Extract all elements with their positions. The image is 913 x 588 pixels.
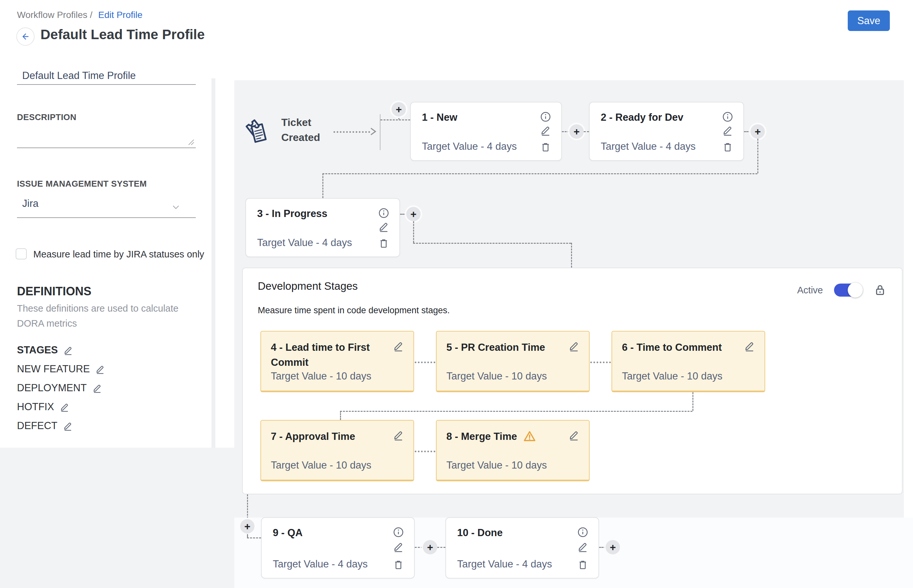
edit-icon[interactable] xyxy=(743,340,755,352)
connector xyxy=(380,120,410,120)
stage-card-10-done[interactable]: 10 - Done Target Value - 4 days xyxy=(445,517,599,578)
breadcrumb-current[interactable]: Edit Profile xyxy=(98,10,142,20)
edit-icon[interactable] xyxy=(393,340,404,352)
jira-statuses-checkbox[interactable] xyxy=(16,248,27,259)
connector xyxy=(562,131,569,132)
stage-card-2-ready-for-dev[interactable]: 2 - Ready for Dev Target Value - 4 days xyxy=(589,102,744,161)
definition-link-new-feature[interactable]: NEW FEATURE xyxy=(17,363,105,375)
definition-link-stages[interactable]: STAGES xyxy=(17,344,73,356)
trash-icon[interactable] xyxy=(393,559,404,571)
stage-title: 9 - QA xyxy=(273,527,302,539)
stage-target-value: Target Value - 4 days xyxy=(601,141,696,152)
background-left xyxy=(0,448,234,588)
active-toggle[interactable] xyxy=(834,284,861,297)
dev-stage-card-4-lead-time-to-first-commit[interactable]: 4 - Lead time to First Commit Target Val… xyxy=(260,331,414,392)
arrow-left-icon xyxy=(21,32,30,42)
breadcrumb-root[interactable]: Workflow Profiles / xyxy=(17,10,92,20)
connector xyxy=(415,547,423,548)
edit-icon[interactable] xyxy=(577,541,589,552)
panel-title: Development Stages xyxy=(258,280,358,292)
profile-name-input[interactable]: Default Lead Time Profile xyxy=(17,70,196,85)
back-button[interactable] xyxy=(16,27,35,46)
info-icon[interactable] xyxy=(378,207,389,219)
save-button[interactable]: Save xyxy=(848,10,890,31)
info-icon[interactable] xyxy=(722,111,734,123)
profile-name-value: Default Lead Time Profile xyxy=(17,70,196,82)
stage-title: 7 - Approval Time xyxy=(271,429,355,444)
ims-label: ISSUE MANAGEMENT SYSTEM xyxy=(17,179,147,189)
stage-target-value: Target Value - 4 days xyxy=(457,558,552,570)
connector xyxy=(247,494,248,519)
trash-icon[interactable] xyxy=(378,237,389,249)
connector xyxy=(415,362,435,363)
connector xyxy=(437,547,445,548)
connector xyxy=(584,131,589,132)
edit-icon[interactable] xyxy=(63,421,73,431)
stage-card-9-qa[interactable]: 9 - QA Target Value - 4 days xyxy=(261,517,415,578)
stage-title: 2 - Ready for Dev xyxy=(601,111,683,123)
resize-handle-icon[interactable] xyxy=(187,138,194,145)
add-stage-button[interactable]: + xyxy=(606,540,620,554)
definition-link-hotfix[interactable]: HOTFIX xyxy=(17,401,70,413)
trash-icon[interactable] xyxy=(540,141,551,153)
stage-target-value: Target Value - 10 days xyxy=(622,370,722,382)
connector xyxy=(400,214,406,215)
add-stage-button[interactable]: + xyxy=(423,540,437,554)
stage-card-3-in-progress[interactable]: 3 - In Progress Target Value - 4 days xyxy=(246,198,400,257)
edit-icon[interactable] xyxy=(60,402,70,412)
stage-title: 1 - New xyxy=(422,111,457,123)
definition-link-defect[interactable]: DEFECT xyxy=(17,420,73,432)
edit-icon[interactable] xyxy=(92,383,102,393)
dev-stage-card-8-merge-time[interactable]: 8 - Merge Time Target Value - 10 days xyxy=(436,420,590,481)
add-stage-button[interactable]: + xyxy=(569,124,584,139)
jira-statuses-checkbox-label: Measure lead time by JIRA statuses only xyxy=(33,249,204,260)
connector xyxy=(757,139,758,173)
dev-stage-card-5-pr-creation-time[interactable]: 5 - PR Creation Time Target Value - 10 d… xyxy=(436,331,590,392)
ticket-icon xyxy=(242,113,273,146)
stage-card-1-new[interactable]: 1 - New Target Value - 4 days xyxy=(410,102,562,161)
definition-link-label: NEW FEATURE xyxy=(17,363,90,375)
stage-target-value: Target Value - 10 days xyxy=(271,459,371,471)
add-stage-button[interactable]: + xyxy=(240,519,255,533)
connector xyxy=(744,131,750,132)
trash-icon[interactable] xyxy=(577,559,589,571)
dev-stage-card-6-time-to-comment[interactable]: 6 - Time to Comment Target Value - 10 da… xyxy=(611,331,765,392)
definitions-description: These definitions are used to calculate … xyxy=(17,301,180,331)
info-icon[interactable] xyxy=(540,111,551,123)
edit-icon[interactable] xyxy=(393,429,404,441)
edit-icon[interactable] xyxy=(540,124,551,136)
add-stage-button[interactable]: + xyxy=(406,207,421,221)
stage-target-value: Target Value - 4 days xyxy=(422,141,517,152)
ims-select[interactable]: Jira xyxy=(17,198,196,218)
start-arrow-line xyxy=(333,131,370,133)
edit-icon[interactable] xyxy=(63,345,73,355)
definitions-heading: DEFINITIONS xyxy=(17,284,91,298)
info-icon[interactable] xyxy=(393,526,404,538)
stage-title: 8 - Merge Time xyxy=(446,429,517,444)
edit-icon[interactable] xyxy=(568,340,580,352)
connector xyxy=(322,173,757,174)
stage-title: 3 - In Progress xyxy=(257,208,327,220)
add-stage-button[interactable]: + xyxy=(391,102,406,116)
dev-stage-card-7-approval-time[interactable]: 7 - Approval Time Target Value - 10 days xyxy=(260,420,414,481)
definition-link-label: DEFECT xyxy=(17,420,57,432)
info-icon[interactable] xyxy=(577,526,589,538)
edit-icon[interactable] xyxy=(568,429,580,441)
lock-icon[interactable] xyxy=(873,283,887,297)
edit-icon[interactable] xyxy=(393,541,404,552)
arrow-head-icon xyxy=(368,127,378,136)
connector xyxy=(247,534,248,538)
add-stage-button[interactable]: + xyxy=(750,124,765,139)
connector xyxy=(599,547,606,548)
edit-icon[interactable] xyxy=(722,124,734,136)
edit-icon[interactable] xyxy=(95,364,105,374)
edit-icon[interactable] xyxy=(378,221,389,232)
definition-link-label: STAGES xyxy=(17,344,58,356)
page-title: Default Lead Time Profile xyxy=(40,27,205,42)
stage-title: 10 - Done xyxy=(457,527,503,539)
panel-controls: Active xyxy=(797,283,887,297)
description-textarea[interactable] xyxy=(17,129,196,148)
trash-icon[interactable] xyxy=(722,141,734,153)
stage-target-value: Target Value - 4 days xyxy=(273,558,368,570)
definition-link-deployment[interactable]: DEPLOYMENT xyxy=(17,382,102,394)
